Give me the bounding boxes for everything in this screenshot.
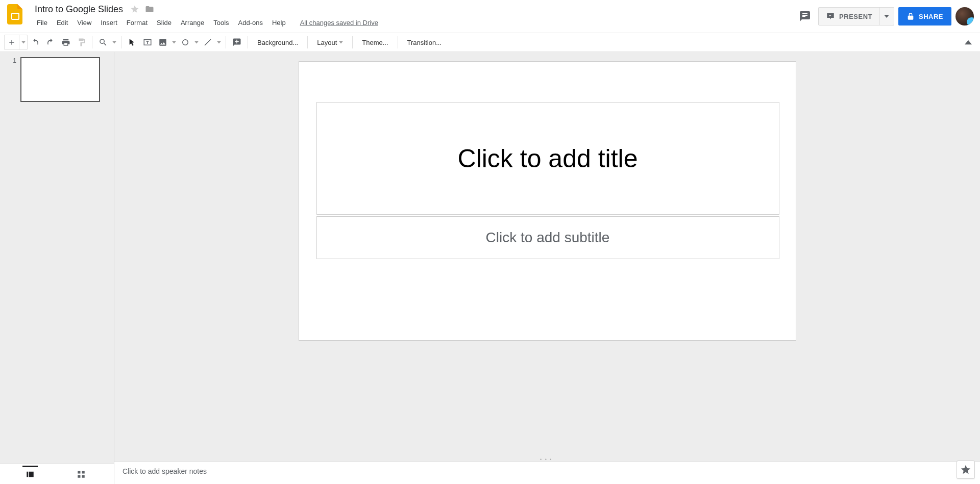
menu-file[interactable]: File: [33, 17, 52, 29]
slide-thumbnail[interactable]: [20, 57, 100, 102]
image-dropdown[interactable]: [170, 35, 178, 49]
share-button[interactable]: SHARE: [898, 7, 951, 26]
background-label: Background...: [257, 39, 298, 46]
collapse-toolbar-button[interactable]: [961, 35, 976, 49]
layout-label: Layout: [317, 39, 337, 46]
insert-comment-button[interactable]: [229, 35, 244, 49]
textbox-tool[interactable]: [140, 35, 155, 49]
slide-canvas[interactable]: Click to add title Click to add subtitle: [299, 61, 796, 341]
menu-edit[interactable]: Edit: [53, 17, 72, 29]
svg-rect-6: [82, 471, 85, 473]
subtitle-placeholder[interactable]: Click to add subtitle: [316, 216, 779, 259]
share-label: SHARE: [919, 13, 943, 20]
svg-rect-7: [78, 475, 80, 477]
grid-view-button[interactable]: [74, 467, 89, 482]
slide-thumbnail-row: 1: [0, 57, 114, 107]
select-tool[interactable]: [125, 35, 140, 49]
canvas-column: Click to add title Click to add subtitle…: [114, 52, 980, 484]
account-avatar[interactable]: [955, 7, 974, 26]
print-button[interactable]: [58, 35, 74, 49]
svg-rect-4: [29, 471, 34, 477]
menu-arrange[interactable]: Arrange: [177, 17, 208, 29]
doc-title[interactable]: Intro to Google Slides: [33, 4, 125, 15]
new-slide-dropdown[interactable]: [19, 35, 27, 49]
image-tool[interactable]: [155, 35, 170, 49]
shape-tool[interactable]: [178, 35, 193, 49]
present-button[interactable]: PRESENT: [819, 8, 879, 25]
play-icon: [826, 12, 835, 21]
present-label: PRESENT: [839, 13, 872, 20]
doc-header: Intro to Google Slides File Edit View In…: [33, 3, 796, 30]
toolbar: Background... Layout Theme... Transition…: [0, 33, 980, 52]
zoom-dropdown[interactable]: [111, 35, 118, 49]
canvas-area[interactable]: Click to add title Click to add subtitle: [114, 52, 980, 457]
undo-button[interactable]: [28, 35, 43, 49]
theme-button[interactable]: Theme...: [356, 35, 394, 49]
svg-rect-5: [78, 471, 80, 473]
menu-tools[interactable]: Tools: [209, 17, 233, 29]
zoom-button[interactable]: [95, 35, 111, 49]
move-folder-icon[interactable]: [144, 5, 155, 14]
title-actions: PRESENT SHARE: [796, 4, 974, 29]
menubar: File Edit View Insert Format Slide Arran…: [33, 15, 796, 30]
speaker-notes[interactable]: Click to add speaker notes: [114, 462, 980, 484]
present-dropdown[interactable]: [879, 8, 894, 25]
paint-format-button: [74, 35, 89, 49]
menu-help[interactable]: Help: [268, 17, 290, 29]
svg-rect-3: [27, 471, 28, 477]
main: 1 Click to add title Click to add subtit…: [0, 52, 980, 484]
svg-rect-8: [82, 475, 85, 477]
filmstrip-view-button[interactable]: [22, 466, 38, 481]
star-icon[interactable]: [130, 5, 139, 14]
menu-view[interactable]: View: [73, 17, 95, 29]
chevron-down-icon: [339, 40, 343, 44]
menu-insert[interactable]: Insert: [96, 17, 121, 29]
menu-format[interactable]: Format: [122, 17, 152, 29]
transition-button[interactable]: Transition...: [401, 35, 448, 49]
slide-number: 1: [7, 57, 16, 64]
menu-addons[interactable]: Add-ons: [234, 17, 267, 29]
comments-button[interactable]: [796, 7, 814, 26]
save-status[interactable]: All changes saved in Drive: [300, 19, 378, 27]
filmstrip[interactable]: 1: [0, 52, 114, 464]
transition-label: Transition...: [407, 39, 442, 46]
slides-logo-icon[interactable]: [5, 4, 26, 24]
present-button-group: PRESENT: [818, 7, 894, 26]
redo-button[interactable]: [43, 35, 58, 49]
background-button[interactable]: Background...: [251, 35, 304, 49]
svg-point-2: [183, 40, 188, 45]
filmstrip-column: 1: [0, 52, 114, 484]
lock-icon: [906, 12, 915, 20]
notes-splitter[interactable]: • • •: [114, 457, 980, 462]
theme-label: Theme...: [362, 39, 388, 46]
line-tool[interactable]: [200, 35, 215, 49]
line-dropdown[interactable]: [215, 35, 223, 49]
shape-dropdown[interactable]: [193, 35, 200, 49]
explore-button[interactable]: [957, 461, 975, 479]
titlebar: Intro to Google Slides File Edit View In…: [0, 0, 980, 33]
new-slide-button[interactable]: [5, 35, 19, 49]
new-slide-group: [4, 35, 28, 50]
layout-button[interactable]: Layout: [311, 35, 349, 49]
title-placeholder[interactable]: Click to add title: [316, 102, 779, 215]
menu-slide[interactable]: Slide: [153, 17, 176, 29]
filmstrip-footer: [0, 464, 114, 484]
